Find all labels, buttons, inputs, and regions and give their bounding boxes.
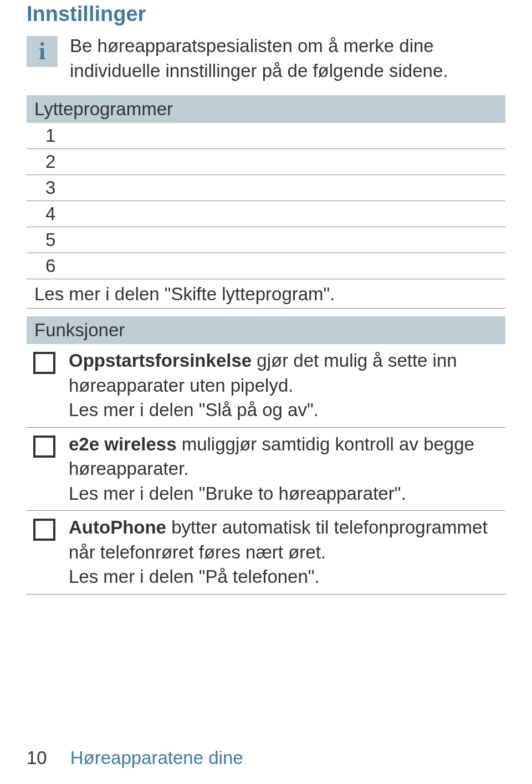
feature-list: Oppstartsforsinkelse gjør det mulig å se… xyxy=(27,344,505,595)
checkbox[interactable] xyxy=(33,352,55,374)
feature-text: Oppstartsforsinkelse gjør det mulig å se… xyxy=(69,349,505,423)
list-item: 6 xyxy=(27,253,505,279)
checkbox[interactable] xyxy=(33,435,55,458)
page-title: Innstillinger xyxy=(27,0,505,34)
program-note: Les mer i delen "Skifte lytteprogram". xyxy=(27,280,505,309)
info-icon-glyph: i xyxy=(39,39,45,64)
feature-bold: e2e wireless xyxy=(69,434,177,454)
info-text: Be høreapparatspesialisten om å merke di… xyxy=(70,34,505,83)
program-list: 1 2 3 4 5 6 xyxy=(27,123,505,279)
list-item: 3 xyxy=(27,175,505,201)
checkbox[interactable] xyxy=(33,519,55,541)
feature-readmore: Les mer i delen "Slå på og av". xyxy=(69,399,319,420)
footer-section-title: Høreapparatene dine xyxy=(70,747,243,768)
section-header-features: Funksjoner xyxy=(27,316,505,344)
list-item: 4 xyxy=(27,201,505,227)
feature-readmore: Les mer i delen "På telefonen". xyxy=(69,566,320,587)
info-callout: i Be høreapparatspesialisten om å merke … xyxy=(27,34,505,95)
feature-bold: AutoPhone xyxy=(69,517,166,537)
list-item: 5 xyxy=(27,227,505,253)
section-header-programs: Lytteprogrammer xyxy=(27,95,505,123)
page-footer: 10 Høreapparatene dine xyxy=(27,747,243,768)
feature-item: e2e wireless muliggjør samtidig kontroll… xyxy=(27,428,505,511)
info-icon: i xyxy=(27,36,58,67)
feature-text: e2e wireless muliggjør samtidig kontroll… xyxy=(69,432,505,506)
feature-readmore: Les mer i delen "Bruke to høreapparater"… xyxy=(69,483,406,504)
list-item: 2 xyxy=(27,149,505,175)
feature-bold: Oppstartsforsinkelse xyxy=(69,350,252,371)
list-item: 1 xyxy=(27,123,505,149)
feature-text: AutoPhone bytter automatisk til telefonp… xyxy=(69,515,505,590)
page-number: 10 xyxy=(27,747,47,768)
feature-item: AutoPhone bytter automatisk til telefonp… xyxy=(27,511,505,595)
feature-item: Oppstartsforsinkelse gjør det mulig å se… xyxy=(27,344,505,428)
